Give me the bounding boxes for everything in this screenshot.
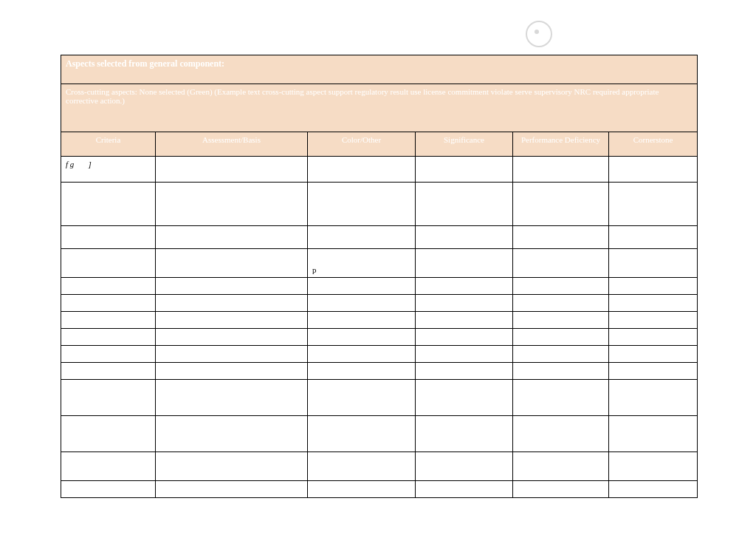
table-cell <box>61 226 156 249</box>
table-cell <box>416 312 513 329</box>
table-cell <box>609 416 698 452</box>
table-cell <box>416 380 513 416</box>
table-cell <box>308 329 416 346</box>
table-cell <box>609 312 698 329</box>
table-cell <box>156 416 308 452</box>
table-cell <box>513 346 609 363</box>
col-header-5: Performance Deficiency <box>513 132 609 157</box>
table-cell <box>61 363 156 380</box>
table-cell <box>513 278 609 295</box>
table-cell <box>416 183 513 226</box>
table-cell <box>513 312 609 329</box>
table-cell <box>609 346 698 363</box>
table-cell <box>308 363 416 380</box>
table-cell: The inspectors determined <box>156 249 308 278</box>
table-cell <box>513 363 609 380</box>
table-cell <box>513 183 609 226</box>
col-header-2: Assessment/Basis <box>156 132 308 157</box>
col-header-6: Cornerstone <box>609 132 698 157</box>
col-header-3: Color/Other <box>308 132 416 157</box>
table-cell <box>61 329 156 346</box>
table-cell <box>308 346 416 363</box>
table-cell <box>61 278 156 295</box>
table-cell <box>156 157 308 183</box>
table-cell <box>416 157 513 183</box>
table-cell <box>416 481 513 498</box>
table-cell <box>308 278 416 295</box>
table-cell <box>156 295 308 312</box>
table-cell <box>609 183 698 226</box>
table-cell <box>156 278 308 295</box>
table-cell: Yes <box>513 249 609 278</box>
table-cell <box>513 329 609 346</box>
table-title: Aspects selected from general component: <box>61 55 698 84</box>
table-cell <box>513 226 609 249</box>
table-cell <box>416 346 513 363</box>
table-cell <box>609 278 698 295</box>
seal-icon <box>526 21 552 47</box>
table-cell <box>156 363 308 380</box>
table-cell <box>609 329 698 346</box>
table-cell <box>609 226 698 249</box>
table-cell <box>308 312 416 329</box>
table-cell <box>609 452 698 481</box>
table-cell <box>156 380 308 416</box>
table-cell <box>156 346 308 363</box>
table-cell <box>513 295 609 312</box>
table-cell <box>308 452 416 481</box>
table-cell: Associated with the Initiating Events an… <box>156 183 308 226</box>
table-cell <box>609 380 698 416</box>
col-header-4: Significance <box>416 132 513 157</box>
table-cell <box>416 452 513 481</box>
table-cell <box>156 226 308 249</box>
table-cell <box>61 312 156 329</box>
table-cell <box>61 346 156 363</box>
table-cell <box>416 329 513 346</box>
table-cell <box>308 380 416 416</box>
assessment-table: Aspects selected from general component:… <box>61 55 698 498</box>
table-description: Cross-cutting aspects: None selected (Gr… <box>61 84 698 132</box>
table-cell: Green <box>308 183 416 226</box>
table-cell: More than minor because <box>61 183 156 226</box>
table-cell <box>416 278 513 295</box>
table-cell <box>61 481 156 498</box>
table-cell <box>61 295 156 312</box>
table-cell <box>416 295 513 312</box>
table-cell <box>416 363 513 380</box>
table-cell <box>609 295 698 312</box>
table-cell <box>609 157 698 183</box>
table-cell: p <box>308 249 416 278</box>
table-cell <box>156 452 308 481</box>
table-cell <box>61 380 156 416</box>
col-header-1: Criteria <box>61 132 156 157</box>
table-cell <box>156 312 308 329</box>
table-cell <box>609 363 698 380</box>
table-cell <box>308 157 416 183</box>
table-cell <box>61 416 156 452</box>
table-cell <box>156 329 308 346</box>
table-cell <box>609 481 698 498</box>
table-cell <box>308 416 416 452</box>
table-cell <box>61 249 156 278</box>
table-cell: f g ] <box>61 157 156 183</box>
table-cell <box>308 481 416 498</box>
table-cell <box>513 452 609 481</box>
table-cell <box>308 226 416 249</box>
table-cell <box>416 226 513 249</box>
table-cell <box>513 481 609 498</box>
table-cell <box>156 481 308 498</box>
table-cell <box>416 249 513 278</box>
table-cell <box>513 380 609 416</box>
table-cell <box>609 249 698 278</box>
table-cell <box>61 452 156 481</box>
table-cell: Yes <box>513 157 609 183</box>
table-cell <box>513 416 609 452</box>
table-cell <box>308 295 416 312</box>
table-cell <box>416 416 513 452</box>
